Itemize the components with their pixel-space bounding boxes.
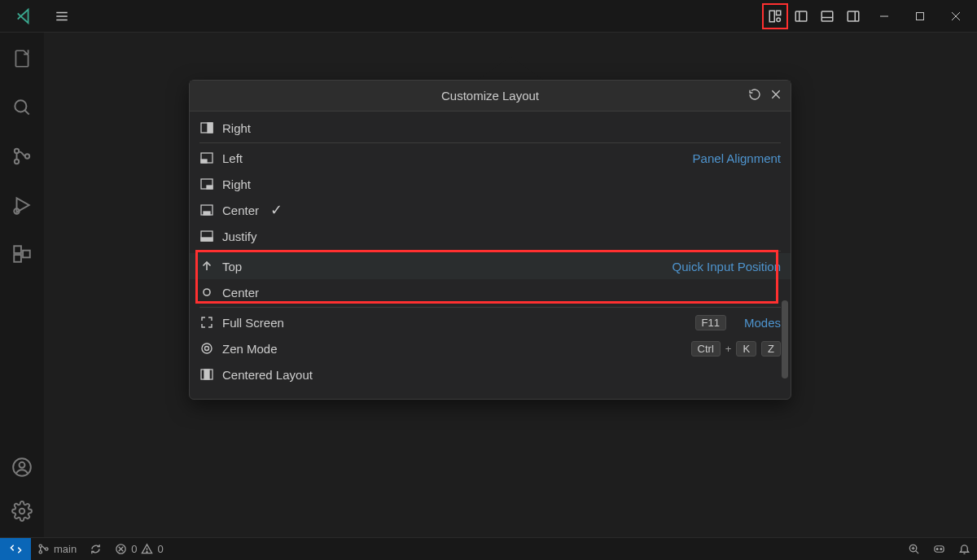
svg-rect-22	[14, 246, 21, 253]
svg-point-59	[940, 549, 942, 550]
svg-point-40	[204, 289, 210, 295]
window-close-button[interactable]	[938, 1, 974, 32]
layout-right-icon	[199, 120, 214, 135]
option-quickinput-center[interactable]: Center	[190, 279, 791, 305]
option-fullscreen[interactable]: Full Screen F11 Modes	[190, 309, 791, 335]
customize-layout-dialog: Customize Layout Right Left Panel Alignm…	[189, 80, 791, 400]
panel-center-icon	[199, 203, 214, 217]
scrollbar-thumb[interactable]	[782, 300, 788, 378]
option-panel-center[interactable]: Center ✓	[190, 197, 791, 223]
svg-rect-37	[204, 212, 210, 215]
close-icon[interactable]	[769, 88, 782, 103]
option-panel-justify[interactable]: Justify	[190, 223, 791, 249]
svg-rect-35	[207, 186, 212, 189]
settings-gear-icon[interactable]	[11, 500, 33, 523]
section-label-quick-input-position: Quick Input Position	[673, 260, 781, 273]
svg-point-18	[15, 149, 19, 153]
panel-right-icon	[199, 177, 214, 191]
search-icon[interactable]	[11, 96, 33, 119]
svg-line-54	[916, 551, 918, 553]
svg-point-19	[15, 160, 19, 164]
option-label: Centered Layout	[222, 368, 313, 382]
svg-rect-10	[848, 11, 859, 21]
warning-count: 0	[157, 543, 163, 555]
svg-point-41	[202, 343, 212, 353]
toggle-primary-sidebar-icon[interactable]	[788, 3, 814, 29]
svg-point-16	[15, 100, 26, 112]
toggle-panel-icon[interactable]	[814, 3, 840, 29]
svg-point-45	[39, 545, 42, 547]
problems-status[interactable]: 0 0	[108, 543, 169, 555]
window-maximize-button[interactable]	[902, 1, 938, 32]
svg-point-26	[20, 462, 25, 468]
section-label-panel-alignment: Panel Alignment	[693, 151, 781, 165]
dialog-body: Right Left Panel Alignment Right Center …	[190, 112, 791, 399]
arrow-up-icon	[199, 259, 214, 273]
option-label: Center	[222, 286, 259, 300]
svg-rect-13	[917, 12, 924, 20]
svg-point-58	[936, 549, 938, 550]
option-label: Center	[222, 203, 259, 217]
option-right[interactable]: Right	[190, 115, 791, 141]
key-ctrl: Ctrl	[691, 341, 721, 357]
customize-layout-icon[interactable]	[762, 3, 788, 29]
svg-rect-3	[769, 11, 774, 22]
source-control-icon[interactable]	[11, 145, 33, 168]
error-count: 0	[131, 543, 137, 555]
run-debug-icon[interactable]	[11, 194, 33, 217]
key-z: Z	[761, 341, 781, 357]
option-label: Full Screen	[222, 316, 284, 330]
svg-rect-44	[204, 370, 209, 379]
key-k: K	[736, 341, 756, 357]
explorer-icon[interactable]	[11, 47, 33, 70]
target-icon	[199, 341, 214, 356]
option-label: Zen Mode	[222, 342, 278, 356]
menu-icon[interactable]	[49, 3, 75, 29]
reset-icon[interactable]	[748, 88, 761, 103]
remote-indicator[interactable]	[0, 538, 31, 561]
svg-point-42	[205, 347, 209, 351]
title-bar	[0, 0, 977, 33]
accounts-icon[interactable]	[11, 456, 33, 479]
svg-rect-57	[935, 546, 944, 553]
extensions-icon[interactable]	[11, 243, 33, 265]
notifications-icon[interactable]	[952, 543, 977, 555]
panel-left-icon	[199, 151, 214, 165]
svg-point-47	[46, 548, 48, 550]
option-label: Right	[222, 177, 251, 191]
panel-justify-icon	[199, 229, 214, 243]
svg-rect-6	[795, 11, 807, 21]
option-panel-left[interactable]: Left Panel Alignment	[190, 145, 791, 171]
option-label: Justify	[222, 230, 257, 243]
svg-rect-31	[208, 123, 212, 133]
key-plus: +	[725, 343, 732, 355]
vscode-logo-icon	[11, 3, 37, 29]
divider	[199, 251, 781, 252]
svg-rect-33	[201, 160, 207, 163]
divider	[199, 142, 781, 143]
option-zenmode[interactable]: Zen Mode Ctrl + K Z	[190, 335, 791, 361]
svg-rect-24	[23, 251, 30, 258]
git-branch-status[interactable]: main	[31, 543, 83, 555]
svg-point-52	[147, 552, 147, 553]
option-centered-layout[interactable]: Centered Layout	[190, 361, 791, 387]
option-label: Right	[222, 121, 251, 135]
option-panel-right[interactable]: Right	[190, 171, 791, 197]
svg-point-20	[25, 154, 29, 158]
divider	[199, 307, 781, 308]
dialog-title: Customize Layout	[441, 89, 539, 103]
copilot-status[interactable]	[927, 543, 952, 555]
window-minimize-button[interactable]	[866, 1, 902, 32]
svg-rect-39	[201, 238, 212, 241]
zoom-status[interactable]	[901, 543, 927, 555]
svg-point-27	[20, 509, 25, 514]
svg-rect-23	[14, 255, 21, 262]
option-label: Left	[222, 151, 243, 165]
svg-rect-8	[821, 11, 833, 21]
status-bar: main 0 0	[0, 537, 977, 560]
svg-line-17	[24, 110, 28, 114]
key-f11: F11	[695, 315, 726, 330]
option-quickinput-top[interactable]: Top Quick Input Position	[190, 253, 791, 279]
toggle-secondary-sidebar-icon[interactable]	[840, 3, 866, 29]
sync-status[interactable]	[83, 543, 108, 555]
